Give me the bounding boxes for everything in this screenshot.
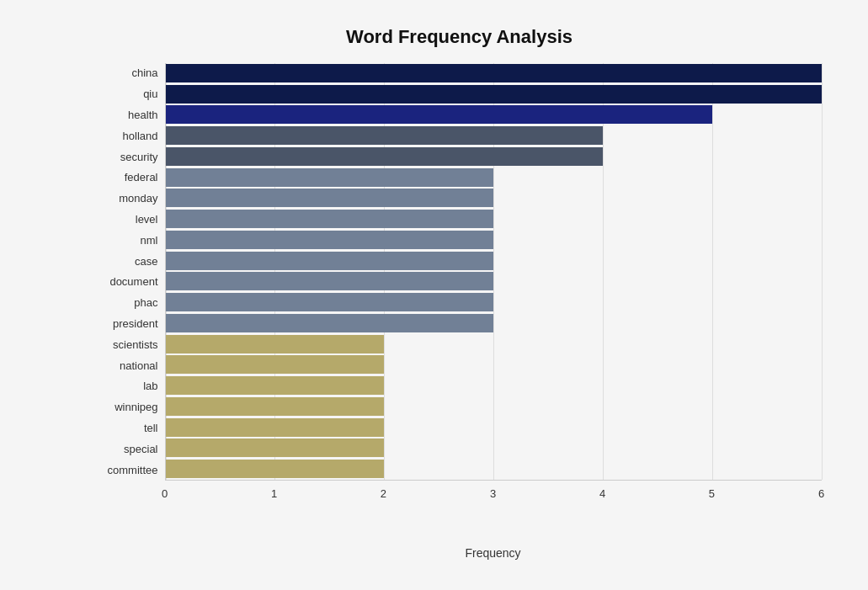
- bar-row: [166, 125, 822, 146]
- chart-title: Word Frequency Analysis: [98, 26, 822, 48]
- bar: [166, 85, 822, 104]
- bar: [166, 231, 494, 249]
- x-axis: 0123456: [165, 481, 822, 523]
- bar-row: [166, 375, 822, 396]
- y-label: qiu: [143, 88, 157, 99]
- bar-row: [166, 313, 822, 334]
- y-label: nml: [141, 235, 158, 246]
- bar: [166, 376, 385, 395]
- y-label: monday: [119, 193, 157, 204]
- bar: [166, 397, 385, 416]
- bar: [166, 168, 494, 187]
- bar: [166, 460, 385, 478]
- y-label: committee: [108, 465, 158, 476]
- bar: [166, 147, 603, 166]
- bar: [166, 418, 385, 437]
- y-label: case: [135, 256, 157, 267]
- bar: [166, 105, 712, 124]
- bar-row: [166, 230, 822, 251]
- chart-container: Word Frequency Analysis chinaqiuhealthho…: [13, 9, 855, 582]
- bar-row: [166, 271, 822, 292]
- bar-row: [166, 146, 822, 167]
- bar-row: [166, 292, 822, 313]
- y-label: winnipeg: [114, 401, 157, 412]
- bar-row: [166, 250, 822, 271]
- bar: [166, 439, 385, 457]
- y-label: security: [120, 151, 158, 162]
- x-tick: 0: [162, 487, 168, 500]
- y-label: holland: [123, 130, 158, 141]
- bar: [166, 252, 494, 270]
- x-axis-label: Frequency: [165, 546, 822, 560]
- y-label: tell: [144, 423, 158, 433]
- x-tick: 3: [490, 487, 496, 500]
- bar-row: [166, 417, 822, 438]
- bar: [166, 64, 822, 82]
- x-tick: 1: [271, 487, 277, 500]
- bar: [166, 272, 494, 290]
- bar: [166, 189, 494, 207]
- y-label: president: [113, 318, 157, 329]
- bar-row: [166, 438, 822, 459]
- bar-row: [166, 167, 822, 188]
- bar: [166, 335, 385, 353]
- x-tick: 4: [599, 487, 605, 500]
- bar-row: [166, 63, 822, 84]
- bar: [166, 314, 494, 332]
- y-label: document: [109, 276, 157, 287]
- bars-area: [165, 63, 822, 481]
- x-tick: 5: [709, 487, 715, 500]
- bar-row: [166, 83, 822, 104]
- bar-row: [166, 396, 822, 417]
- y-label: national: [120, 360, 158, 371]
- bar-row: [166, 104, 822, 125]
- bar-row: [166, 333, 822, 354]
- bar: [166, 355, 385, 374]
- bar-row: [166, 354, 822, 375]
- y-label: phac: [134, 297, 157, 308]
- y-label: level: [136, 214, 158, 225]
- bar: [166, 210, 494, 228]
- y-label: health: [128, 109, 157, 120]
- grid-line: [822, 63, 823, 480]
- y-label: china: [131, 67, 157, 78]
- bar: [166, 126, 603, 145]
- bar-row: [166, 459, 822, 480]
- bar-row: [166, 188, 822, 209]
- y-label: scientists: [113, 339, 157, 350]
- y-axis: chinaqiuhealthhollandsecurityfederalmond…: [98, 63, 165, 481]
- bar: [166, 293, 494, 311]
- y-label: federal: [125, 172, 158, 183]
- bar-row: [166, 209, 822, 230]
- x-tick: 2: [381, 487, 386, 500]
- x-tick: 6: [818, 487, 824, 500]
- y-label: lab: [143, 380, 157, 391]
- y-label: special: [124, 444, 157, 454]
